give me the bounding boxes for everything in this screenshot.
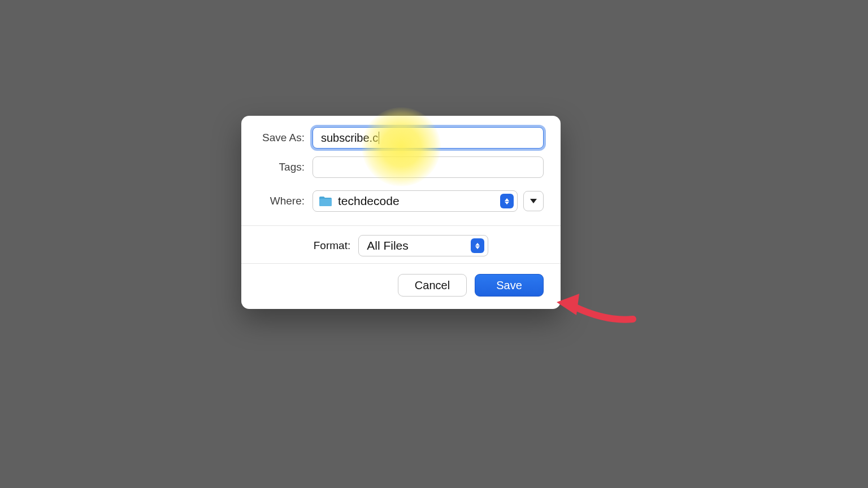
save-as-input[interactable]: subscribe.c	[313, 127, 544, 149]
folder-icon	[319, 195, 332, 207]
tags-input[interactable]	[313, 156, 544, 178]
format-section: Format: All Files	[241, 225, 561, 264]
save-dialog-top: Save As: subscribe.c Tags: Where:	[241, 116, 561, 225]
save-button[interactable]: Save	[475, 274, 544, 297]
arrow-annotation	[548, 288, 639, 328]
where-select[interactable]: techdecode	[313, 190, 518, 212]
text-caret	[379, 132, 379, 144]
cancel-button[interactable]: Cancel	[398, 274, 467, 297]
button-bar: Cancel Save	[241, 264, 561, 309]
expand-button[interactable]	[523, 191, 544, 211]
save-as-label: Save As:	[258, 132, 313, 144]
format-select[interactable]: All Files	[358, 235, 488, 256]
tags-label: Tags:	[258, 161, 313, 173]
where-label: Where:	[258, 195, 313, 207]
save-dialog: Save As: subscribe.c Tags: Where:	[241, 116, 561, 309]
where-folder-name: techdecode	[338, 194, 500, 208]
save-as-value: subscribe.c	[321, 132, 378, 145]
format-label: Format:	[314, 239, 350, 252]
chevron-down-icon	[530, 199, 537, 203]
updown-icon	[471, 238, 484, 253]
updown-icon	[500, 194, 514, 208]
format-value: All Files	[367, 239, 471, 252]
